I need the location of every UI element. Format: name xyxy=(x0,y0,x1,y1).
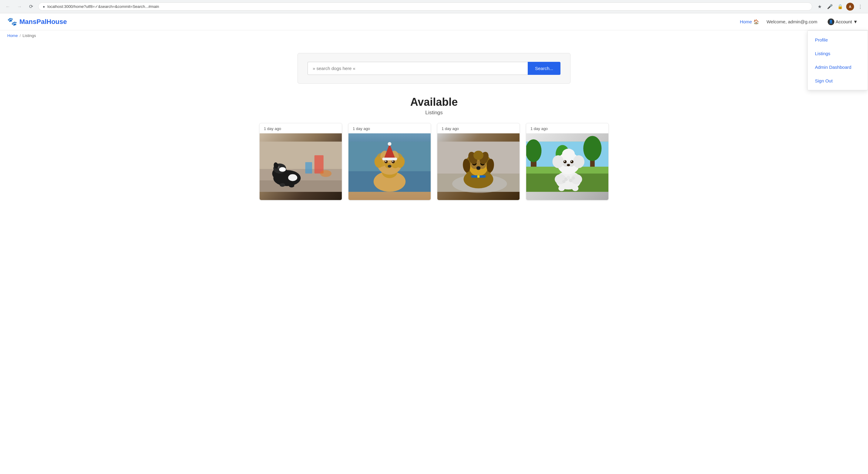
search-input[interactable] xyxy=(308,62,528,75)
svg-point-30 xyxy=(385,161,386,162)
svg-point-15 xyxy=(320,170,332,177)
search-button[interactable]: Search... xyxy=(528,62,560,75)
search-form: Search... xyxy=(308,62,560,75)
cards-grid: 1 day ago xyxy=(259,123,609,200)
dropdown-item-listings[interactable]: Listings xyxy=(808,47,868,60)
svg-rect-2 xyxy=(259,180,342,192)
card-1-image xyxy=(259,133,342,200)
svg-point-48 xyxy=(476,166,481,169)
svg-point-74 xyxy=(563,160,567,163)
svg-point-79 xyxy=(562,149,575,160)
reload-button[interactable]: ⟳ xyxy=(27,2,35,11)
dropdown-item-sign-out[interactable]: Sign Out xyxy=(808,74,868,88)
card-3-timestamp: 1 day ago xyxy=(437,123,520,133)
svg-point-85 xyxy=(558,185,565,191)
navbar-right: Home 🏠 Welcome, admin@g.com 👤 Account ▼ xyxy=(740,17,861,27)
dropdown-item-profile[interactable]: Profile xyxy=(808,33,868,47)
forward-button[interactable]: → xyxy=(15,2,24,11)
svg-point-59 xyxy=(526,139,541,162)
svg-point-29 xyxy=(392,160,395,163)
search-container: Search... xyxy=(298,53,570,83)
browser-right-icons: ★ 🎤 🔒 A ⋮ xyxy=(815,2,864,11)
chevron-down-icon: ▼ xyxy=(853,19,858,24)
breadcrumb-current: Listings xyxy=(23,33,36,38)
listing-card-2[interactable]: 1 day ago xyxy=(348,123,431,200)
svg-point-12 xyxy=(289,184,294,187)
svg-point-6 xyxy=(279,167,286,172)
home-nav-link[interactable]: Home 🏠 xyxy=(740,19,759,25)
svg-point-75 xyxy=(570,160,574,163)
paw-icon: 🐾 xyxy=(7,17,17,26)
address-bar[interactable]: ● localhost:3000/home?utf8=✓&search=&com… xyxy=(38,2,812,11)
svg-point-11 xyxy=(280,183,285,187)
breadcrumb-home[interactable]: Home xyxy=(7,33,18,38)
menu-button[interactable]: ⋮ xyxy=(856,2,864,11)
svg-rect-14 xyxy=(305,162,312,174)
card-2-image xyxy=(348,133,431,200)
svg-point-86 xyxy=(572,185,578,191)
extension-button[interactable]: 🔒 xyxy=(836,2,844,11)
svg-rect-13 xyxy=(314,155,323,173)
svg-point-78 xyxy=(567,164,570,166)
svg-point-77 xyxy=(571,161,572,162)
account-dropdown-button[interactable]: 👤 Account ▼ xyxy=(825,17,861,27)
svg-point-71 xyxy=(573,155,584,168)
svg-point-84 xyxy=(572,176,575,180)
home-link-text: Home xyxy=(740,19,752,24)
svg-point-83 xyxy=(562,180,566,183)
listing-card-3[interactable]: 1 day ago xyxy=(437,123,520,200)
svg-point-70 xyxy=(553,155,564,168)
browser-chrome: ← → ⟳ ● localhost:3000/home?utf8=✓&searc… xyxy=(0,0,868,13)
card-3-image xyxy=(437,133,520,200)
back-button[interactable]: ← xyxy=(4,2,12,11)
svg-point-10 xyxy=(288,174,297,181)
breadcrumb-separator: / xyxy=(20,33,21,38)
welcome-text: Welcome, admin@g.com xyxy=(766,19,817,24)
main-navbar: 🐾 MansPalHouse Home 🏠 Welcome, admin@g.c… xyxy=(0,13,868,30)
account-icon: 👤 xyxy=(828,19,834,25)
svg-point-82 xyxy=(566,176,570,179)
url-text: localhost:3000/home?utf8=✓&search=&commi… xyxy=(47,4,808,9)
listings-subtitle: Listings xyxy=(259,110,609,116)
main-content: Search... Available Listings 1 day ago xyxy=(252,41,616,206)
home-icon: 🏠 xyxy=(753,19,759,25)
svg-point-28 xyxy=(384,160,388,163)
svg-point-27 xyxy=(388,165,391,168)
account-dropdown-menu: Profile Listings Admin Dashboard Sign Ou… xyxy=(807,30,868,90)
microphone-button[interactable]: 🎤 xyxy=(826,2,834,11)
svg-point-76 xyxy=(564,161,565,162)
listings-title: Available xyxy=(259,96,609,108)
listing-card-1[interactable]: 1 day ago xyxy=(259,123,342,200)
brand-logo[interactable]: 🐾 MansPalHouse xyxy=(7,17,67,26)
card-2-timestamp: 1 day ago xyxy=(348,123,431,133)
svg-rect-55 xyxy=(477,175,480,178)
dropdown-item-admin-dashboard[interactable]: Admin Dashboard xyxy=(808,60,868,74)
breadcrumb: Home / Listings xyxy=(0,30,868,41)
svg-point-31 xyxy=(392,161,393,162)
profile-avatar[interactable]: A xyxy=(846,3,854,11)
card-4-image xyxy=(526,133,609,200)
bookmark-button[interactable]: ★ xyxy=(815,2,824,11)
listing-card-4[interactable]: 1 day ago xyxy=(526,123,609,200)
svg-point-51 xyxy=(473,150,484,160)
card-1-timestamp: 1 day ago xyxy=(259,123,342,133)
brand-name: MansPalHouse xyxy=(20,18,67,26)
svg-point-33 xyxy=(388,142,391,146)
listings-header: Available Listings xyxy=(259,96,609,116)
svg-rect-32 xyxy=(382,158,397,160)
card-4-timestamp: 1 day ago xyxy=(526,123,609,133)
svg-point-61 xyxy=(583,136,601,161)
lock-icon: ● xyxy=(43,5,45,9)
account-label: Account xyxy=(836,19,852,24)
